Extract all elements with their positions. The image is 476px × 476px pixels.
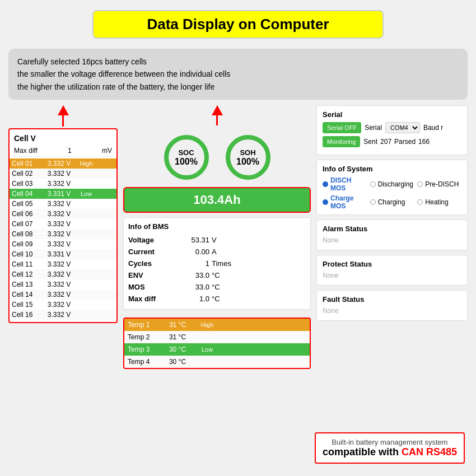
- system-item: Pre-DISCH: [417, 176, 461, 192]
- bms-unit: °C: [212, 283, 237, 291]
- cell-voltage: 3.332 V: [44, 270, 74, 278]
- list-item: Max diff1.0°C: [128, 293, 306, 305]
- system-label: Pre-DISCH: [425, 180, 459, 188]
- fault-status-value: None: [323, 306, 461, 316]
- desc-line1: Carefully selected 16pcs battery cells: [17, 55, 459, 68]
- serial-box: Serial Serial OFF Serial COM4 COM1 COM2 …: [316, 105, 468, 155]
- cell-voltage: 3.332 V: [44, 180, 74, 188]
- cell-badge: Low: [76, 190, 97, 198]
- system-label: Charging: [378, 198, 405, 206]
- capacity-bar: 103.4Ah: [123, 187, 311, 213]
- table-row: Cell 053.332 V: [10, 199, 116, 209]
- table-row: Cell 033.332 V: [10, 179, 116, 189]
- cell-voltage: 3.332 V: [44, 160, 74, 167]
- list-item: ENV33.0°C: [128, 269, 306, 281]
- system-item: DISCH MOS: [323, 176, 367, 192]
- table-row: Cell 023.332 V: [10, 169, 116, 179]
- temp-name: Temp 2: [128, 333, 158, 341]
- baud-label: Baud r: [423, 124, 443, 132]
- temp-value: 31 °C: [161, 321, 194, 329]
- cell-arrow-head: [58, 105, 69, 115]
- table-row: Cell 073.332 V: [10, 219, 116, 229]
- system-label: DISCH MOS: [330, 176, 367, 192]
- cell-voltage: 3.332 V: [44, 240, 74, 248]
- table-row: Cell 043.331 VLow: [10, 189, 116, 199]
- cell-voltage: 3.332 V: [44, 301, 74, 309]
- system-label: Heating: [425, 198, 448, 206]
- bms-label: Max diff: [128, 295, 179, 303]
- info-system-title: Info of System: [323, 165, 461, 173]
- system-label: Charge MOS: [330, 194, 367, 210]
- bms-value: 0.00: [179, 248, 209, 256]
- system-item: Charge MOS: [323, 194, 367, 210]
- system-item: Heating: [417, 194, 461, 210]
- cell-name: Cell 16: [12, 311, 43, 319]
- table-row: Cell 133.332 V: [10, 279, 116, 290]
- sent-label: Sent: [363, 138, 377, 146]
- cell-voltage: 3.331 V: [44, 190, 74, 198]
- sent-value: 207: [380, 138, 391, 146]
- fault-status-box: Fault Status None: [316, 290, 468, 321]
- bms-unit: A: [212, 248, 237, 256]
- system-dot: [370, 199, 376, 205]
- list-item: Current0.00A: [128, 246, 306, 258]
- alarm-status-title: Alarm Status: [323, 225, 461, 233]
- bms-unit: Times: [212, 259, 237, 268]
- temp-value: 30 °C: [161, 358, 194, 366]
- cell-name: Cell 06: [12, 210, 43, 218]
- bms-value: 53.31: [179, 236, 209, 244]
- table-row: Cell 113.332 V: [10, 259, 116, 269]
- serial-label: Serial: [365, 124, 382, 132]
- temp-badge: Low: [197, 346, 218, 353]
- info-system-box: Info of System DISCH MOSDischargingPre-D…: [316, 160, 468, 215]
- system-label: Discharging: [378, 180, 413, 188]
- parsed-value: 166: [418, 138, 430, 146]
- fault-status-title: Fault Status: [323, 295, 461, 304]
- system-item: Discharging: [370, 176, 414, 192]
- cell-name: Cell 14: [12, 291, 43, 298]
- table-row: Cell 123.332 V: [10, 269, 116, 279]
- table-row: Temp 430 °C: [124, 356, 310, 368]
- bms-label: Current: [128, 248, 179, 256]
- max-diff-label: Max diff: [14, 147, 38, 155]
- builtin-prefix: compatible with: [323, 446, 402, 458]
- system-dot: [323, 199, 328, 205]
- serial-off-button[interactable]: Serial OFF: [323, 122, 361, 133]
- temp-name: Temp 4: [128, 358, 158, 366]
- cell-name: Cell 15: [12, 301, 43, 309]
- monitoring-button[interactable]: Monitoring: [323, 136, 360, 147]
- bms-value: 1.0: [179, 295, 209, 303]
- bms-info-title: Info of BMS: [128, 222, 306, 231]
- serial-select[interactable]: COM4 COM1 COM2 COM3: [385, 122, 420, 133]
- cell-arrow-line: [62, 115, 64, 127]
- cell-name: Cell 01: [12, 160, 43, 167]
- max-diff-value: 1: [68, 147, 72, 155]
- parsed-label: Parsed: [394, 138, 416, 146]
- soh-value: 100%: [236, 157, 259, 167]
- temp-name: Temp 1: [128, 321, 158, 329]
- table-row: Cell 083.332 V: [10, 229, 116, 239]
- table-row: Cell 093.332 V: [10, 239, 116, 249]
- temp-name: Temp 3: [128, 346, 158, 353]
- bms-unit: V: [212, 236, 237, 244]
- cell-name: Cell 12: [12, 270, 43, 278]
- list-item: Voltage53.31V: [128, 234, 306, 246]
- protect-status-value: None: [323, 270, 461, 281]
- temp-badge: High: [197, 321, 218, 329]
- table-row: Cell 163.332 V: [10, 310, 116, 320]
- cell-voltage: 3.332 V: [44, 311, 74, 319]
- bms-unit: °C: [212, 295, 237, 303]
- cell-voltage: 3.332 V: [44, 220, 74, 228]
- soh-label: SOH: [240, 148, 255, 157]
- bms-value: 33.0: [179, 271, 209, 279]
- builtin-line2: compatible with CAN RS485: [323, 446, 457, 458]
- cell-name: Cell 11: [12, 260, 43, 268]
- soc-label: SOC: [178, 148, 194, 157]
- table-row: Cell 103.331 V: [10, 249, 116, 259]
- table-row: Cell 143.332 V: [10, 290, 116, 300]
- cell-voltage: 3.332 V: [44, 170, 74, 178]
- cell-voltage: 3.332 V: [44, 260, 74, 268]
- cell-name: Cell 02: [12, 170, 43, 178]
- desc-line3: the higher the utilization rate of the b…: [17, 81, 459, 93]
- bms-label: MOS: [128, 283, 179, 291]
